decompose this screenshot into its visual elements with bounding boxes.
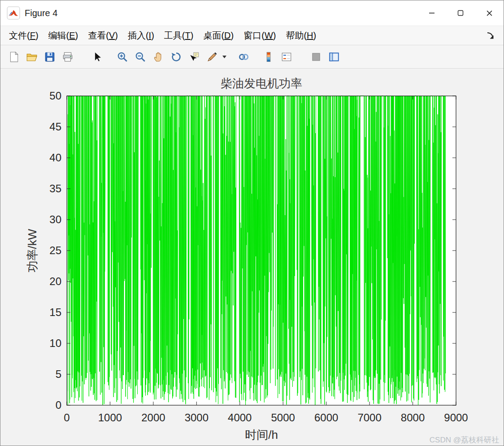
pan-icon [152, 51, 164, 63]
x-tick-label: 0 [64, 411, 70, 424]
y-tick-label: 35 [49, 182, 61, 195]
maximize-icon [457, 10, 464, 16]
close-button[interactable] [475, 0, 504, 26]
edit-pointer-icon [91, 51, 103, 63]
save-figure-icon [44, 51, 56, 63]
rotate-3d-button[interactable] [167, 48, 185, 66]
zoom-in-icon [117, 51, 128, 63]
new-figure-icon [8, 51, 20, 63]
hide-plot-tools-button[interactable] [307, 48, 325, 66]
open-file-button[interactable] [23, 48, 41, 66]
x-tick-label: 8000 [401, 411, 425, 424]
y-tick-label: 45 [49, 121, 61, 133]
window-controls [417, 0, 504, 26]
y-tick-label: 15 [49, 306, 61, 318]
title-bar: Figure 4 [0, 0, 504, 26]
brush-dropdown-button[interactable] [221, 48, 227, 66]
zoom-out-button[interactable] [131, 48, 149, 66]
new-figure-button[interactable] [5, 48, 23, 66]
print-figure-button[interactable] [59, 48, 77, 66]
menu-help[interactable]: 帮助(H) [281, 27, 321, 44]
brush-dropdown-icon [222, 56, 226, 58]
maximize-button[interactable] [446, 0, 475, 26]
menu-insert[interactable]: 插入(I) [123, 27, 159, 44]
menu-edit[interactable]: 编辑(E) [43, 27, 83, 44]
brush-data-icon [206, 51, 218, 63]
window-title: Figure 4 [25, 8, 57, 18]
save-figure-button[interactable] [41, 48, 59, 66]
data-cursor-button[interactable] [185, 48, 203, 66]
figure-canvas: 0100020003000400050006000700080009000051… [0, 69, 504, 446]
chart-title: 柴油发电机功率 [221, 77, 302, 90]
insert-legend-icon [281, 51, 292, 63]
chart-svg: 0100020003000400050006000700080009000051… [0, 69, 504, 446]
menu-file[interactable]: 文件(F) [4, 27, 43, 44]
y-tick-label: 30 [49, 213, 61, 225]
x-axis-label: 时间/h [245, 428, 278, 442]
insert-legend-button[interactable] [278, 48, 295, 66]
dock-figure-icon[interactable] [486, 31, 495, 40]
hide-plot-tools-icon [310, 51, 322, 63]
menu-bar: 文件(F) 编辑(E) 查看(V) 插入(I) 工具(T) 桌面(D) 窗口(W… [0, 26, 504, 45]
menu-window[interactable]: 窗口(W) [239, 27, 281, 44]
insert-colorbar-button[interactable] [260, 48, 278, 66]
y-tick-label: 20 [49, 275, 61, 287]
link-plots-icon [238, 51, 249, 63]
x-tick-label: 3000 [185, 411, 209, 424]
zoom-out-icon [135, 51, 146, 63]
zoom-in-button[interactable] [113, 48, 131, 66]
print-figure-icon [62, 51, 74, 63]
x-tick-label: 5000 [271, 411, 295, 424]
menu-tools[interactable]: 工具(T) [159, 27, 199, 44]
x-tick-label: 9000 [444, 411, 468, 424]
y-tick-label: 40 [49, 152, 61, 164]
matlab-logo-icon [7, 6, 20, 20]
menu-desktop[interactable]: 桌面(D) [198, 27, 239, 44]
toolbar [0, 45, 504, 69]
x-tick-label: 4000 [228, 411, 252, 424]
brush-data-button[interactable] [203, 48, 221, 66]
y-tick-label: 50 [49, 90, 61, 102]
x-tick-label: 7000 [357, 411, 381, 424]
y-tick-label: 10 [49, 337, 61, 349]
rotate-3d-icon [170, 51, 182, 63]
x-tick-label: 6000 [314, 411, 338, 424]
watermark: CSDN @荔枝科研社 [430, 436, 499, 444]
pan-button[interactable] [149, 48, 167, 66]
show-plot-tools-dock-button[interactable] [325, 48, 343, 66]
x-tick-label: 1000 [98, 411, 122, 424]
figure-window: Figure 4 文件(F) 编辑(E) 查看(V) 插入(I) [0, 0, 504, 446]
close-icon [486, 10, 493, 17]
y-axis-label: 功率/kW [26, 229, 39, 272]
menu-view[interactable]: 查看(V) [83, 27, 123, 44]
y-tick-label: 0 [56, 399, 61, 411]
link-plots-button[interactable] [235, 48, 252, 66]
insert-colorbar-icon [263, 51, 274, 63]
minimize-button[interactable] [417, 0, 446, 26]
y-tick-label: 25 [49, 244, 61, 256]
x-tick-label: 2000 [141, 411, 165, 424]
y-tick-label: 5 [56, 368, 61, 380]
data-cursor-icon [188, 51, 200, 63]
show-plot-tools-dock-icon [328, 51, 340, 63]
open-file-icon [26, 51, 38, 63]
minimize-icon [429, 10, 435, 16]
edit-pointer-button[interactable] [88, 48, 106, 66]
